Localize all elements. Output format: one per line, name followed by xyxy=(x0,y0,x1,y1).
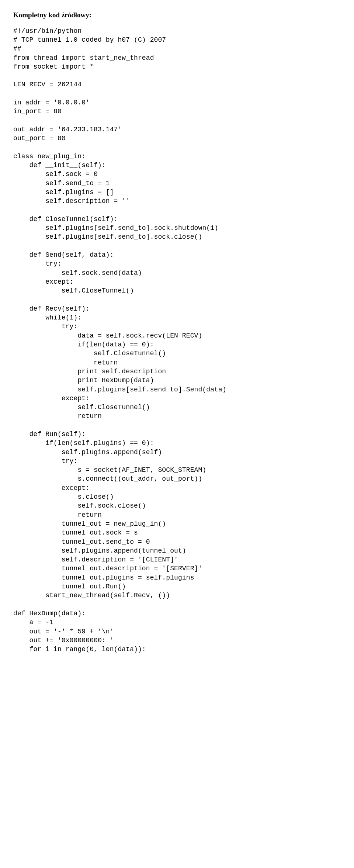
source-code-block: #!/usr/bin/python # TCP tunnel 1.0 coded… xyxy=(13,27,354,654)
section-heading: Kompletny kod źródłowy: xyxy=(13,10,354,20)
